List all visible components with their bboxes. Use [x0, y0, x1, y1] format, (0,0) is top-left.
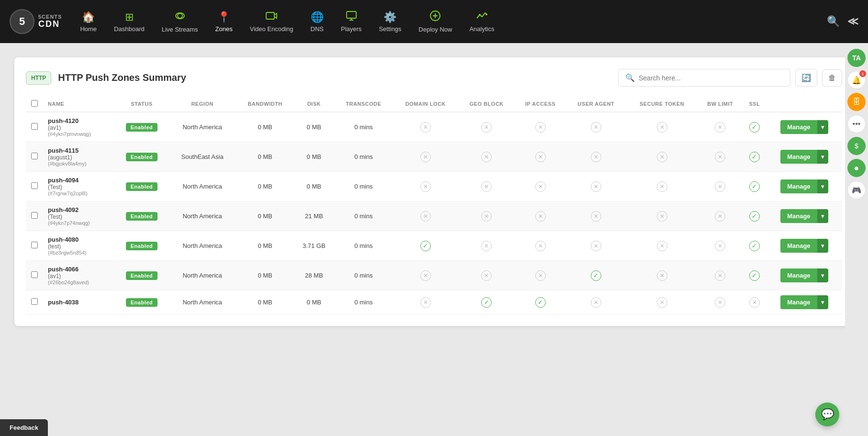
ssl-cell: ✓	[743, 112, 767, 142]
row-checkbox-6[interactable]	[31, 271, 38, 278]
delete-button[interactable]: 🗑	[822, 69, 842, 87]
manage-button[interactable]: Manage	[780, 268, 817, 282]
more-button[interactable]: •••	[847, 115, 866, 133]
feedback-button[interactable]: Feedback	[0, 419, 48, 436]
dollar-icon: $	[855, 142, 858, 150]
manage-button[interactable]: Manage	[780, 239, 817, 253]
svg-point-7	[485, 13, 487, 15]
row-checkbox-1[interactable]	[31, 123, 38, 130]
transcode-cell: 0 mins	[334, 142, 393, 172]
manage-dropdown-button[interactable]: ▾	[817, 209, 828, 223]
ssl-cell: ✓	[743, 261, 767, 291]
circle-icon: ●	[854, 163, 859, 173]
row-checkbox-3[interactable]	[31, 182, 38, 189]
action-cell: Manage ▾	[767, 112, 842, 142]
chat-icon: 💬	[821, 408, 834, 421]
chat-button[interactable]: 💬	[815, 402, 839, 426]
user-agent-cell: ✕	[566, 112, 626, 142]
name-cell: push-4115 (august1) (#bgjokv8la4my)	[43, 142, 115, 172]
manage-group: Manage ▾	[780, 239, 828, 253]
nav-dns[interactable]: 🌐 DNS	[302, 7, 332, 36]
action-cell: Manage ▾	[767, 261, 842, 291]
ssl-cell: ✓	[743, 201, 767, 231]
bw-limit-cell: ✕	[698, 261, 743, 291]
ip-access-cell: ✓	[515, 291, 566, 314]
nav-zones[interactable]: 📍 Zones	[207, 7, 241, 36]
check-icon: ✓	[420, 241, 431, 251]
row-checkbox-cell	[26, 172, 43, 201]
manage-button[interactable]: Manage	[780, 209, 817, 223]
header-ip-access: IP ACCESS	[515, 96, 566, 112]
status-indicator[interactable]: ●	[847, 159, 866, 177]
billing-button[interactable]: $	[847, 137, 866, 155]
x-icon: ✕	[591, 211, 601, 222]
nav-home[interactable]: 🏠 Home	[71, 7, 105, 36]
select-all-checkbox[interactable]	[31, 100, 38, 107]
push-hash: (#4ykn7pmvnwqg)	[48, 131, 112, 137]
header-transcode: TRANSCODE	[334, 96, 393, 112]
ip-access-cell: ✕	[515, 231, 566, 261]
x-icon: ✕	[715, 270, 725, 281]
manage-button[interactable]: Manage	[780, 150, 817, 164]
header-ssl: SSL	[743, 96, 767, 112]
manage-dropdown-button[interactable]: ▾	[817, 179, 828, 193]
main-content: HTTP HTTP Push Zones Summary 🔍 🔄 🗑	[0, 43, 868, 436]
notifications-button[interactable]: 🔔 1	[847, 71, 866, 89]
name-cell: push-4120 (av1) (#4ykn7pmvnwqg)	[43, 112, 115, 142]
nav-settings[interactable]: ⚙️ Settings	[370, 7, 410, 36]
svg-point-0	[178, 13, 182, 18]
geo-block-cell: ✕	[458, 172, 515, 201]
x-icon: ✕	[481, 270, 492, 281]
header-region: REGION	[168, 96, 236, 112]
user-agent-cell: ✓	[566, 261, 626, 291]
manage-dropdown-button[interactable]: ▾	[817, 150, 828, 164]
storage-button[interactable]: 🗄	[847, 93, 866, 111]
nav-livestreams[interactable]: Live Streams	[153, 7, 207, 37]
search-box: 🔍	[618, 69, 790, 87]
geo-block-cell: ✕	[458, 201, 515, 231]
domain-lock-cell: ✕	[393, 291, 459, 314]
x-icon: ✕	[420, 181, 431, 192]
manage-dropdown-button[interactable]: ▾	[817, 268, 828, 282]
table-row: push-4094 (Test) (#7rgnw7q2opl8) Enabled…	[26, 172, 842, 201]
row-checkbox-cell	[26, 291, 43, 314]
push-name: push-4120	[48, 117, 112, 124]
x-icon: ✕	[535, 181, 546, 192]
transcode-cell: 0 mins	[334, 201, 393, 231]
status-cell: Enabled	[115, 231, 168, 261]
manage-dropdown-button[interactable]: ▾	[817, 239, 828, 253]
table-row: push-4120 (av1) (#4ykn7pmvnwqg) Enabled …	[26, 112, 842, 142]
row-checkbox-2[interactable]	[31, 153, 38, 159]
push-sub: (av1)	[48, 273, 112, 279]
refresh-button[interactable]: 🔄	[795, 69, 817, 87]
dots-icon: •••	[853, 120, 861, 128]
manage-dropdown-button[interactable]: ▾	[817, 295, 828, 309]
x-icon: ✕	[481, 122, 492, 133]
domain-lock-cell: ✓	[393, 231, 459, 261]
manage-button[interactable]: Manage	[780, 120, 817, 134]
nav-analytics[interactable]: Analytics	[461, 7, 503, 36]
row-checkbox-7[interactable]	[31, 298, 38, 305]
search-input[interactable]	[639, 74, 783, 82]
x-icon: ✕	[715, 211, 725, 222]
nav-players[interactable]: Players	[332, 7, 370, 36]
gamepad-icon: 🎮	[852, 186, 861, 195]
collapse-button[interactable]: ≪	[847, 15, 858, 28]
manage-button[interactable]: Manage	[780, 295, 817, 309]
ip-access-cell: ✕	[515, 142, 566, 172]
nav-dashboard[interactable]: ⊞ Dashboard	[105, 7, 153, 36]
manage-dropdown-button[interactable]: ▾	[817, 120, 828, 134]
manage-group: Manage ▾	[780, 295, 828, 309]
nav-deploy-now[interactable]: Deploy Now	[410, 7, 461, 37]
domain-lock-cell: ✕	[393, 172, 459, 201]
manage-button[interactable]: Manage	[780, 179, 817, 193]
region-cell: North America	[168, 261, 236, 291]
nav-video-encoding[interactable]: Video Encoding	[241, 7, 302, 36]
row-checkbox-4[interactable]	[31, 212, 38, 219]
search-button[interactable]: 🔍	[827, 15, 840, 28]
row-checkbox-5[interactable]	[31, 242, 38, 248]
row-checkbox-cell	[26, 112, 43, 142]
push-sub: (Test)	[48, 184, 112, 190]
gamepad-button[interactable]: 🎮	[847, 181, 866, 199]
logo-circle: 5	[10, 9, 34, 34]
